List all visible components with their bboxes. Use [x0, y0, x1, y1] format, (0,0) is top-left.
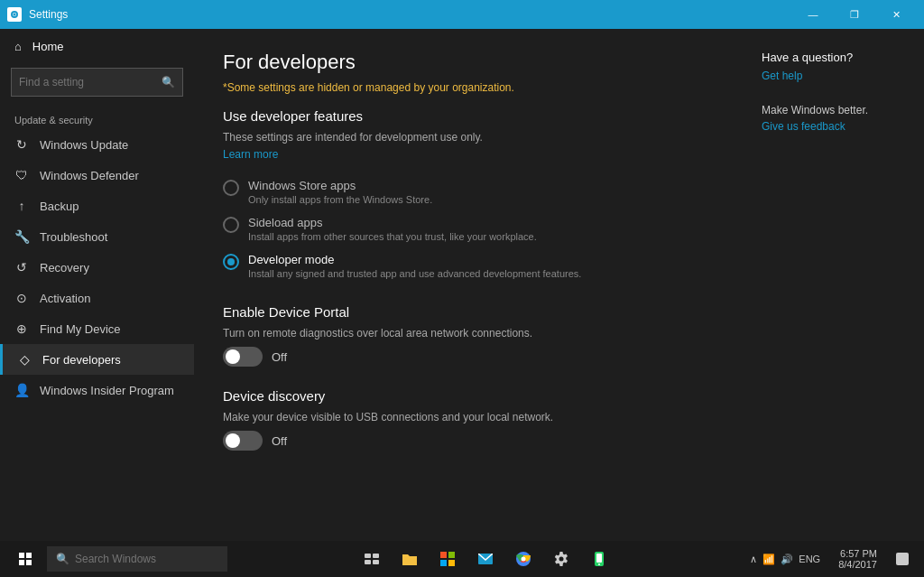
- search-box[interactable]: 🔍: [11, 68, 183, 97]
- device-discovery-desc: Make your device visible to USB connecti…: [223, 411, 715, 423]
- svg-rect-2: [365, 554, 371, 558]
- device-portal-toggle-knob: [226, 349, 240, 364]
- clock[interactable]: 6:57 PM 8/4/2017: [831, 548, 884, 570]
- sidebar-item-backup[interactable]: ↑ Backup: [0, 191, 194, 221]
- recovery-icon: ↺: [14, 260, 29, 275]
- find-device-icon: ⊕: [14, 321, 29, 336]
- make-windows-section: Make Windows better. Give us feedback: [762, 104, 906, 133]
- taskbar-search[interactable]: 🔍: [47, 546, 227, 572]
- clock-time: 6:57 PM: [840, 548, 877, 559]
- activation-icon: ⊙: [14, 291, 29, 305]
- device-portal-toggle-row: Off: [223, 347, 715, 367]
- device-discovery-title: Device discovery: [223, 388, 715, 404]
- phone-button[interactable]: [581, 541, 617, 577]
- sidebar-item-label: Find My Device: [40, 322, 121, 336]
- file-explorer-button[interactable]: [392, 541, 428, 577]
- svg-rect-7: [448, 552, 455, 558]
- svg-rect-6: [440, 552, 447, 558]
- taskbar-right: ∧ 📶 🔊 ENG 6:57 PM 8/4/2017: [743, 541, 917, 577]
- use-dev-section-title: Use developer features: [223, 108, 715, 124]
- sidebar-item-for-developers[interactable]: ◇ For developers: [0, 344, 194, 375]
- radio-label-developer-mode: Developer mode: [248, 253, 581, 266]
- svg-rect-5: [373, 560, 379, 564]
- give-feedback-link[interactable]: Give us feedback: [762, 120, 906, 133]
- settings-app-icon: [7, 7, 22, 22]
- windows-defender-icon: 🛡: [14, 168, 29, 182]
- app-container: ⌂ Home 🔍 Update & security ↻ Windows Upd…: [0, 29, 924, 541]
- taskbar-left: 🔍: [7, 541, 227, 577]
- page-title: For developers: [223, 51, 715, 74]
- sidebar-item-windows-defender[interactable]: 🛡 Windows Defender: [0, 160, 194, 191]
- sidebar-item-activation[interactable]: ⊙ Activation: [0, 283, 194, 313]
- svg-point-13: [521, 557, 525, 562]
- device-portal-title: Enable Device Portal: [223, 304, 715, 320]
- home-icon: ⌂: [14, 40, 22, 53]
- titlebar-controls: — ❐ ✕: [792, 0, 917, 29]
- svg-rect-18: [896, 553, 909, 565]
- radio-button-windows-store[interactable]: [223, 180, 239, 196]
- device-portal-toggle[interactable]: [223, 347, 263, 367]
- radio-label-windows-store: Windows Store apps: [248, 179, 432, 192]
- radio-sublabel-windows-store: Only install apps from the Windows Store…: [248, 194, 432, 205]
- sidebar-item-windows-update[interactable]: ↻ Windows Update: [0, 129, 194, 160]
- sidebar-item-recovery[interactable]: ↺ Recovery: [0, 252, 194, 283]
- sidebar-item-label: Backup: [40, 200, 79, 213]
- troubleshoot-icon: 🔧: [14, 229, 29, 244]
- right-panel: Have a question? Get help Make Windows b…: [744, 29, 924, 541]
- windows-update-icon: ↻: [14, 137, 29, 152]
- have-a-question-section: Have a question? Get help: [762, 51, 906, 82]
- for-developers-icon: ◇: [17, 352, 32, 367]
- radio-button-developer-mode[interactable]: [223, 254, 239, 270]
- radio-option-sideload-text: Sideload apps Install apps from other so…: [248, 216, 537, 242]
- search-input[interactable]: [19, 76, 162, 88]
- close-button[interactable]: ✕: [875, 0, 917, 29]
- clock-date: 8/4/2017: [838, 559, 877, 570]
- radio-option-sideload[interactable]: Sideload apps Install apps from other so…: [223, 216, 715, 242]
- device-discovery-toggle[interactable]: [223, 431, 263, 451]
- main-content: For developers *Some settings are hidden…: [194, 29, 744, 541]
- sidebar-item-troubleshoot[interactable]: 🔧 Troubleshoot: [0, 221, 194, 252]
- org-warning: *Some settings are hidden or managed by …: [223, 81, 715, 94]
- device-discovery-toggle-knob: [226, 433, 240, 448]
- start-icon: [19, 553, 32, 565]
- svg-rect-4: [365, 560, 371, 564]
- sidebar-item-label: Windows Defender: [40, 169, 139, 182]
- search-icon: 🔍: [162, 76, 175, 88]
- notification-button[interactable]: [888, 541, 917, 577]
- start-button[interactable]: [7, 541, 43, 577]
- svg-rect-3: [373, 554, 379, 558]
- sidebar-item-windows-insider[interactable]: 👤 Windows Insider Program: [0, 375, 194, 405]
- sidebar-item-label: Recovery: [40, 261, 89, 275]
- minimize-button[interactable]: —: [792, 0, 834, 29]
- device-portal-toggle-label: Off: [272, 350, 287, 364]
- start-square-3: [19, 560, 24, 565]
- radio-sublabel-sideload: Install apps from other sources that you…: [248, 231, 537, 242]
- store-button[interactable]: [430, 541, 466, 577]
- get-help-link[interactable]: Get help: [762, 70, 906, 82]
- device-portal-section: Enable Device Portal Turn on remote diag…: [223, 293, 715, 367]
- radio-option-windows-store[interactable]: Windows Store apps Only install apps fro…: [223, 179, 715, 205]
- tray-up-arrow[interactable]: ∧: [750, 554, 757, 565]
- sidebar-item-home[interactable]: ⌂ Home: [0, 29, 194, 64]
- sidebar-item-find-device[interactable]: ⊕ Find My Device: [0, 313, 194, 344]
- radio-button-sideload[interactable]: [223, 217, 239, 233]
- sidebar-item-label: Troubleshoot: [40, 230, 107, 244]
- svg-point-14: [559, 557, 563, 562]
- settings-button[interactable]: [543, 541, 579, 577]
- mail-button[interactable]: [467, 541, 504, 577]
- radio-option-developer-mode-text: Developer mode Install any signed and tr…: [248, 253, 581, 279]
- device-discovery-toggle-row: Off: [223, 431, 715, 451]
- learn-more-link[interactable]: Learn more: [223, 148, 278, 161]
- taskbar-search-input[interactable]: [75, 553, 210, 565]
- chrome-button[interactable]: [505, 541, 541, 577]
- svg-rect-8: [440, 560, 447, 566]
- task-view-button[interactable]: [354, 541, 390, 577]
- titlebar: Settings — ❐ ✕: [0, 0, 924, 29]
- backup-icon: ↑: [14, 199, 29, 213]
- developer-mode-radio-group: Windows Store apps Only install apps fro…: [223, 179, 715, 279]
- restore-button[interactable]: ❐: [834, 0, 875, 29]
- svg-rect-16: [596, 554, 602, 563]
- svg-point-17: [598, 563, 600, 565]
- device-discovery-toggle-label: Off: [272, 434, 287, 448]
- radio-option-developer-mode[interactable]: Developer mode Install any signed and tr…: [223, 253, 715, 279]
